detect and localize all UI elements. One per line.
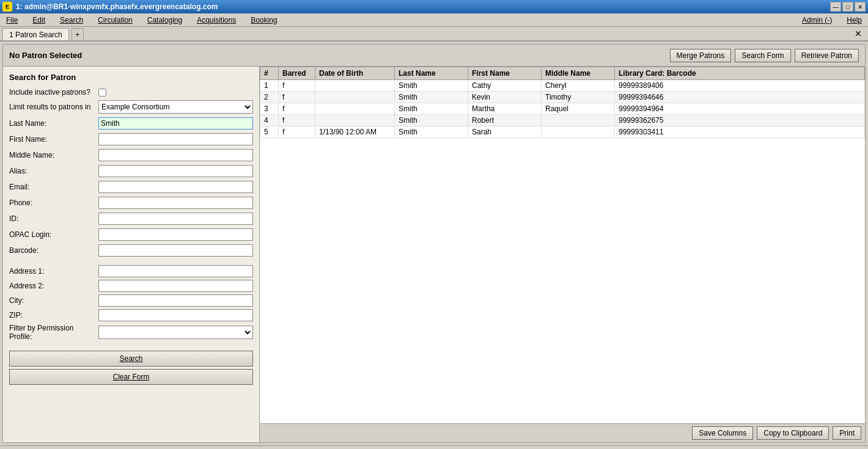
print-button[interactable]: Print <box>833 426 861 440</box>
cell-barcode: 99999389406 <box>615 80 865 92</box>
results-scroll[interactable]: # Barred Date of Birth Last Name First N… <box>260 67 865 423</box>
phone-label: Phone: <box>9 199 95 207</box>
barcode-input[interactable] <box>98 244 253 257</box>
include-inactive-row: Include inactive patrons? <box>9 88 253 97</box>
menu-admin-area: Admin (-) Help <box>798 15 866 26</box>
maximize-button[interactable]: □ <box>842 2 853 12</box>
middle-name-row: Middle Name: <box>9 149 253 161</box>
zip-input[interactable] <box>98 309 253 321</box>
menu-circulation[interactable]: Circulation <box>94 15 136 26</box>
status-bar <box>0 445 868 449</box>
help-menu[interactable]: Help <box>843 15 866 26</box>
table-row[interactable]: 1 f Smith Cathy Cheryl 99999389406 <box>260 80 865 92</box>
phone-input[interactable] <box>98 197 253 209</box>
menu-file[interactable]: File <box>2 15 21 26</box>
no-patron-label: No Patron Selected <box>9 51 82 60</box>
table-row[interactable]: 5 f 1/13/90 12:00 AM Smith Sarah 9999930… <box>260 126 865 138</box>
cell-barred: f <box>279 103 315 115</box>
cell-barcode: 99999394646 <box>615 92 865 103</box>
table-row[interactable]: 4 f Smith Robert 99999362675 <box>260 115 865 126</box>
id-input[interactable] <box>98 213 253 225</box>
header-row: No Patron Selected Merge Patrons Search … <box>3 45 865 67</box>
title-bar-text: 1: admin@BR1-winxpvmfx.phasefx.evergreen… <box>16 2 218 11</box>
retrieve-patron-button[interactable]: Retrieve Patron <box>795 49 859 62</box>
menu-search[interactable]: Search <box>56 15 87 26</box>
title-bar-buttons: — □ ✕ <box>830 2 866 12</box>
results-footer: Save Columns Copy to Clipboard Print <box>260 423 865 442</box>
cell-barred: f <box>279 126 315 138</box>
phone-row: Phone: <box>9 197 253 209</box>
cell-num: 2 <box>260 92 279 103</box>
clear-form-button[interactable]: Clear Form <box>9 369 253 385</box>
address1-row: Address 1: <box>9 265 253 277</box>
cell-num: 4 <box>260 115 279 126</box>
cell-barred: f <box>279 115 315 126</box>
menu-edit[interactable]: Edit <box>29 15 49 26</box>
search-button[interactable]: Search <box>9 351 253 367</box>
save-columns-button[interactable]: Save Columns <box>692 426 753 440</box>
limit-results-row: Limit results to patrons in Example Cons… <box>9 100 253 114</box>
search-panel-title: Search for Patron <box>9 73 253 82</box>
table-row[interactable]: 3 f Smith Martha Raquel 99999394964 <box>260 103 865 115</box>
menu-acquisitions[interactable]: Acquisitions <box>193 15 240 26</box>
barcode-row: Barcode: <box>9 244 253 257</box>
copy-clipboard-button[interactable]: Copy to Clipboard <box>757 426 829 440</box>
add-tab-button[interactable]: + <box>72 28 84 40</box>
col-header-dob[interactable]: Date of Birth <box>315 67 395 80</box>
email-input[interactable] <box>98 181 253 193</box>
cell-barcode: 99999362675 <box>615 115 865 126</box>
address1-input[interactable] <box>98 265 253 277</box>
first-name-input[interactable] <box>98 133 253 145</box>
cell-num: 5 <box>260 126 279 138</box>
action-buttons: Search Clear Form <box>9 351 253 385</box>
cell-dob: 1/13/90 12:00 AM <box>315 126 395 138</box>
col-header-last[interactable]: Last Name <box>395 67 468 80</box>
col-header-barred[interactable]: Barred <box>279 67 315 80</box>
opac-login-input[interactable] <box>98 228 253 241</box>
alias-input[interactable] <box>98 165 253 177</box>
last-name-label: Last Name: <box>9 119 95 128</box>
city-input[interactable] <box>98 294 253 307</box>
address2-input[interactable] <box>98 280 253 292</box>
close-window-button[interactable]: ✕ <box>855 2 866 12</box>
id-label: ID: <box>9 214 95 223</box>
tab-patron-search[interactable]: 1 Patron Search <box>2 28 69 40</box>
table-row[interactable]: 2 f Smith Kevin Timothy 99999394646 <box>260 92 865 103</box>
results-panel: # Barred Date of Birth Last Name First N… <box>260 67 865 442</box>
col-header-middle[interactable]: Middle Name <box>542 67 615 80</box>
cell-barcode: 99999394964 <box>615 103 865 115</box>
filter-permission-row: Filter by Permission Profile: <box>9 324 253 341</box>
col-header-barcode[interactable]: Library Card: Barcode <box>615 67 865 80</box>
address-section: Address 1: Address 2: City: ZIP: Filter <box>9 265 253 341</box>
address2-label: Address 2: <box>9 282 95 290</box>
id-row: ID: <box>9 213 253 225</box>
table-header-row: # Barred Date of Birth Last Name First N… <box>260 67 865 80</box>
include-inactive-checkbox[interactable] <box>98 89 106 97</box>
cell-dob <box>315 115 395 126</box>
cell-middle <box>542 126 615 138</box>
col-header-num: # <box>260 67 279 80</box>
last-name-input[interactable] <box>98 117 253 130</box>
tab-bar: 1 Patron Search + ✕ <box>0 27 868 42</box>
minimize-button[interactable]: — <box>830 2 841 12</box>
menu-cataloging[interactable]: Cataloging <box>144 15 186 26</box>
tab-close-button[interactable]: ✕ <box>855 29 866 38</box>
middle-name-input[interactable] <box>98 149 253 161</box>
zip-label: ZIP: <box>9 311 95 319</box>
limit-results-select[interactable]: Example Consortium <box>98 100 253 114</box>
menu-booking[interactable]: Booking <box>247 15 281 26</box>
cell-first: Martha <box>468 103 542 115</box>
search-form-button[interactable]: Search Form <box>735 49 790 62</box>
opac-login-label: OPAC Login: <box>9 230 95 239</box>
col-header-first[interactable]: First Name <box>468 67 542 80</box>
merge-patrons-button[interactable]: Merge Patrons <box>670 49 732 62</box>
cell-first: Kevin <box>468 92 542 103</box>
cell-last: Smith <box>395 80 468 92</box>
filter-permission-select[interactable] <box>98 326 253 339</box>
cell-last: Smith <box>395 115 468 126</box>
results-table: # Barred Date of Birth Last Name First N… <box>260 67 865 138</box>
admin-menu[interactable]: Admin (-) <box>798 15 836 26</box>
cell-middle: Raquel <box>542 103 615 115</box>
search-panel: Search for Patron Include inactive patro… <box>3 67 260 442</box>
cell-dob <box>315 92 395 103</box>
